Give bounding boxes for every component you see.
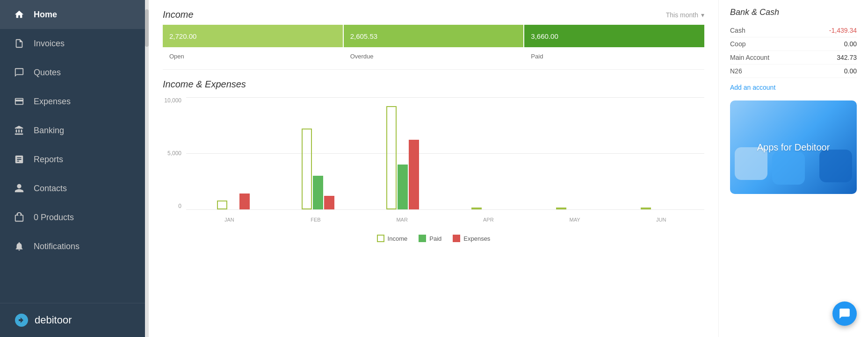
sidebar-item-notifications[interactable]: Notifications (0, 232, 145, 261)
section-divider (163, 69, 704, 70)
contacts-icon (13, 182, 25, 194)
notifications-icon (13, 240, 25, 252)
sidebar-item-quotes[interactable]: Quotes (0, 58, 145, 87)
expenses-icon (13, 95, 25, 108)
bank-row-main: Main Account 342.73 (730, 51, 857, 65)
home-icon (13, 8, 25, 21)
bank-n26-name: N26 (730, 67, 742, 75)
bar-feb-paid (313, 176, 323, 209)
y-label-5000: 5,000 (167, 150, 181, 157)
legend-income: Income (377, 235, 408, 242)
right-panel: Bank & Cash Cash -1,439.34 Coop 0.00 Mai… (718, 0, 868, 337)
sidebar-item-products[interactable]: 0 Products (0, 203, 145, 232)
legend-paid-box (419, 235, 426, 242)
add-account-link[interactable]: Add an account (730, 84, 857, 91)
bank-main-amount: 342.73 (837, 54, 857, 61)
sidebar-item-invoices-label: Invoices (34, 39, 65, 49)
bank-cash-name: Cash (730, 27, 745, 34)
apps-card-3 (819, 150, 852, 182)
chart-legend: Income Paid Expenses (163, 235, 704, 242)
apps-banner-text: Apps for Debitoor (757, 142, 830, 153)
bank-cash-title: Bank & Cash (730, 7, 857, 17)
bank-coop-name: Coop (730, 40, 745, 48)
month-feb (275, 97, 360, 209)
sidebar-item-banking[interactable]: Banking (0, 116, 145, 145)
chart-container: 10,000 5,000 0 (163, 97, 704, 228)
bar-may-income (556, 208, 566, 209)
chat-button[interactable] (832, 301, 857, 326)
sidebar-item-banking-label: Banking (34, 126, 64, 136)
y-label-0: 0 (178, 203, 181, 209)
main-content: Income This month ▾ 2,720.00 2,605.53 3,… (149, 0, 868, 337)
income-section-header: Income This month ▾ (163, 9, 704, 20)
income-bar-open-value: 2,720.00 (169, 32, 196, 40)
month-jun (615, 97, 700, 209)
sidebar-item-home[interactable]: Home (0, 0, 145, 29)
grid-line-bottom (186, 209, 704, 210)
month-jan (191, 97, 275, 209)
sidebar: Home Invoices Quotes Expenses Banking (0, 0, 145, 337)
sidebar-logo: debitoor (0, 303, 145, 337)
sidebar-item-contacts-label: Contacts (34, 184, 67, 194)
legend-expenses-label: Expenses (463, 235, 490, 242)
income-bar-overdue-value: 2,605.53 (350, 32, 377, 40)
chart-title: Income & Expenses (163, 79, 704, 90)
bar-feb-expenses (324, 196, 334, 209)
income-bar-paid: 3,660.00 (524, 25, 704, 47)
sidebar-item-expenses[interactable]: Expenses (0, 87, 145, 116)
chat-icon (839, 308, 851, 320)
bar-mar-paid (398, 165, 408, 209)
income-label-overdue: Overdue (344, 51, 524, 60)
x-labels: JAN FEB MAR APR MAY JUN (186, 214, 704, 228)
bar-jan-income (217, 201, 227, 209)
bank-n26-amount: 0.00 (844, 67, 857, 75)
sidebar-item-products-label: 0 Products (34, 213, 74, 222)
quotes-icon (13, 66, 25, 79)
bar-mar-income (386, 106, 397, 209)
bank-row-n26: N26 0.00 (730, 65, 857, 78)
income-bars: 2,720.00 2,605.53 3,660.00 (163, 25, 704, 47)
bar-feb-income (302, 129, 312, 209)
x-label-may: MAY (532, 214, 618, 228)
center-panel: Income This month ▾ 2,720.00 2,605.53 3,… (149, 0, 718, 337)
scroll-thumb[interactable] (145, 9, 149, 47)
invoices-icon (13, 37, 25, 50)
legend-income-box (377, 235, 384, 242)
sidebar-item-reports-label: Reports (34, 155, 63, 165)
apps-banner[interactable]: Apps for Debitoor (730, 100, 857, 194)
sidebar-item-reports[interactable]: Reports (0, 145, 145, 174)
sidebar-item-invoices[interactable]: Invoices (0, 29, 145, 58)
y-label-10000: 10,000 (164, 97, 181, 104)
apps-card-2 (772, 152, 805, 185)
this-month-selector[interactable]: This month ▾ (666, 11, 704, 19)
income-title: Income (163, 9, 194, 20)
legend-expenses-box (453, 235, 460, 242)
income-bar-overdue: 2,605.53 (344, 25, 524, 47)
x-label-apr: APR (445, 214, 532, 228)
sidebar-item-notifications-label: Notifications (34, 242, 80, 251)
income-bar-open: 2,720.00 (163, 25, 343, 47)
legend-paid: Paid (419, 235, 441, 242)
legend-income-label: Income (388, 235, 408, 242)
chevron-down-icon: ▾ (701, 11, 704, 19)
sidebar-item-quotes-label: Quotes (34, 68, 61, 78)
banking-icon (13, 124, 25, 136)
bank-row-coop: Coop 0.00 (730, 37, 857, 51)
x-label-jan: JAN (186, 214, 273, 228)
reports-icon (13, 153, 25, 165)
chart-y-labels: 10,000 5,000 0 (163, 97, 185, 209)
income-labels: Open Overdue Paid (163, 51, 704, 60)
income-label-paid: Paid (524, 51, 704, 60)
bar-mar-expenses (409, 140, 419, 209)
month-may (530, 97, 615, 209)
sidebar-item-contacts[interactable]: Contacts (0, 174, 145, 203)
scrollbar[interactable] (145, 0, 149, 337)
chart-section: Income & Expenses 10,000 5,000 0 (163, 79, 704, 242)
bank-row-cash: Cash -1,439.34 (730, 24, 857, 37)
legend-expenses: Expenses (453, 235, 490, 242)
bank-main-name: Main Account (730, 54, 769, 61)
x-label-feb: FEB (273, 214, 359, 228)
x-label-jun: JUN (618, 214, 704, 228)
this-month-label: This month (666, 11, 698, 19)
bars-group (186, 97, 704, 209)
